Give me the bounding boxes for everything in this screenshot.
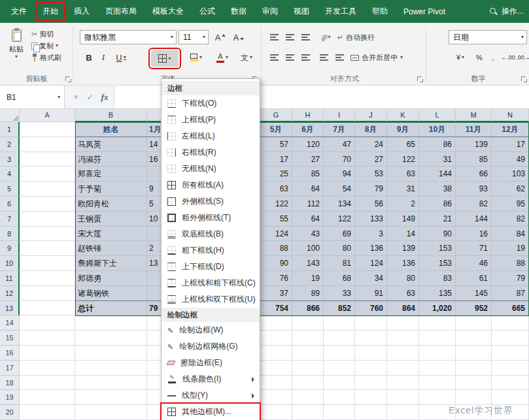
cell-K6[interactable]: 2 [387,197,419,212]
cell-B10[interactable]: 詹姆斯下士 [75,256,147,271]
cell-B18[interactable] [75,376,147,391]
cell-J14[interactable] [355,315,387,331]
cell-J1[interactable]: 8月 [355,122,387,137]
tab-review[interactable]: 审阅 [255,2,285,21]
cell-J17[interactable] [355,361,387,376]
cell-K16[interactable] [387,346,419,361]
cell-B20[interactable] [75,405,147,420]
font-name-select[interactable]: 微软雅黑 ▾ [80,30,177,44]
cell-B19[interactable] [75,390,147,405]
menu-item-line-color[interactable]: ✎线条颜色(I) [162,371,260,387]
cell-L4[interactable]: 144 [419,167,456,182]
cell-L15[interactable] [419,331,456,346]
cell-I19[interactable] [324,390,355,405]
cell-I1[interactable]: 7月 [324,122,355,137]
decrease-decimal-button[interactable]: .00→ [516,50,529,65]
menu-item-border-right[interactable]: 右框线(R) [162,144,260,161]
menu-item-more-borders[interactable]: 其他边框(M)... [162,404,260,420]
menu-item-border-none[interactable]: 无框线(N) [162,161,260,177]
tab-view[interactable]: 视图 [286,2,316,21]
cell-A19[interactable] [20,390,75,405]
tab-page-layout[interactable]: 页面布局 [98,2,144,21]
number-format-select[interactable]: 日期 ▾ [449,30,527,44]
cell-G16[interactable] [260,346,292,361]
cell-M13[interactable]: 952 [456,301,492,316]
column-header-I[interactable]: I [324,109,355,122]
cell-K17[interactable] [387,361,419,376]
cell-I7[interactable]: 122 [324,212,355,227]
cell-L13[interactable]: 1,020 [419,301,456,316]
cell-L16[interactable] [419,346,456,361]
align-center-button[interactable] [282,50,297,65]
cell-K13[interactable]: 864 [387,301,419,316]
cell-H20[interactable] [292,405,324,420]
cell-N7[interactable]: 82 [492,212,529,227]
font-size-select[interactable]: 11 ▾ [179,30,209,44]
tab-formulas[interactable]: 公式 [192,2,222,21]
cell-M9[interactable]: 71 [456,241,492,256]
cell-B1[interactable]: 姓名 [75,122,147,137]
cell-I4[interactable]: 94 [324,167,355,182]
cell-M15[interactable] [456,331,492,346]
cell-N15[interactable] [492,331,529,346]
cell-I14[interactable] [324,315,355,331]
cell-B4[interactable]: 郑喜定 [75,167,147,182]
cell-K18[interactable] [387,376,419,391]
cell-M19[interactable] [456,390,492,405]
menu-item-border-left[interactable]: 左框线(L) [162,128,260,144]
cell-K11[interactable]: 80 [387,271,419,286]
cell-H12[interactable]: 89 [292,286,324,301]
row-header-14[interactable]: 14 [0,315,20,331]
column-header-A[interactable]: A [20,109,75,122]
cell-N12[interactable]: 87 [492,286,529,301]
row-header-9[interactable]: 9 [0,241,20,256]
column-header-N[interactable]: N [492,109,529,122]
tab-file[interactable]: 文件 [4,2,34,21]
cell-J8[interactable]: 3 [355,227,387,242]
increase-decimal-button[interactable]: ←.00 [501,50,515,65]
menu-item-border-top-double-bottom[interactable]: 上框线和双下框线(U) [162,291,260,308]
increase-font-size-button[interactable]: A [212,30,229,44]
cell-N2[interactable]: 17 [492,137,529,152]
cut-button[interactable]: ✂ 剪切 [30,28,55,40]
cell-G18[interactable] [260,376,292,391]
menu-item-border-double-bottom[interactable]: 双底框线(B) [162,226,260,242]
cell-M12[interactable]: 145 [456,286,492,301]
decrease-font-size-button[interactable]: A [230,30,247,44]
cell-L7[interactable]: 21 [419,212,456,227]
cell-H2[interactable]: 120 [292,137,324,152]
cell-I12[interactable]: 33 [324,286,355,301]
column-header-G[interactable]: G [260,109,292,122]
cell-N17[interactable] [492,361,529,376]
cell-I13[interactable]: 852 [324,301,355,316]
row-header-1[interactable]: 1 [0,122,20,137]
cell-G14[interactable] [260,315,292,331]
cell-G3[interactable]: 17 [260,152,292,167]
menu-item-border-top[interactable]: 上框线(P) [162,112,260,128]
cell-A18[interactable] [20,376,75,391]
menu-item-border-all[interactable]: 所有框线(A) [162,177,260,193]
cell-K4[interactable]: 63 [387,167,419,182]
cell-L12[interactable]: 135 [419,286,456,301]
cell-N19[interactable] [492,390,529,405]
cell-J18[interactable] [355,376,387,391]
cell-M17[interactable] [456,361,492,376]
cell-A13[interactable] [20,301,75,316]
align-left-button[interactable] [267,50,281,65]
cell-A2[interactable] [20,137,75,152]
row-header-15[interactable]: 15 [0,331,20,346]
cell-N8[interactable]: 84 [492,227,529,242]
menu-item-border-outside[interactable]: 外侧框线(S) [162,193,260,210]
cell-G4[interactable]: 25 [260,167,292,182]
fill-color-button[interactable]: ▾ [184,50,208,65]
cell-H6[interactable]: 112 [292,197,324,212]
insert-function-button[interactable]: fx [98,86,111,108]
cell-A14[interactable] [20,315,75,331]
cell-A5[interactable] [20,182,75,197]
cell-M18[interactable] [456,376,492,391]
borders-button[interactable]: ▾ [151,50,179,67]
row-header-7[interactable]: 7 [0,212,20,227]
cell-A9[interactable] [20,241,75,256]
enter-button[interactable]: ✓ [84,86,97,108]
increase-indent-button[interactable] [332,50,347,65]
